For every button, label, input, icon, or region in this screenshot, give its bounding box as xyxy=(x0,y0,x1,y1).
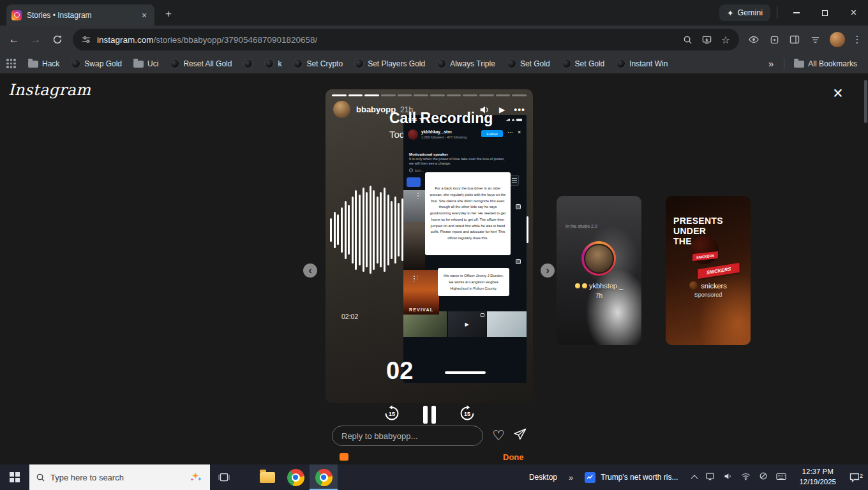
reload-button[interactable] xyxy=(47,29,68,50)
waveform-bar xyxy=(348,205,350,255)
maximize-button[interactable] xyxy=(811,0,839,26)
start-button[interactable] xyxy=(0,464,29,490)
share-button[interactable] xyxy=(514,428,527,443)
gemini-label: Gemini xyxy=(737,8,763,17)
big-timer: 02 xyxy=(386,357,413,385)
bookmarks-overflow-button[interactable]: » xyxy=(763,58,779,69)
file-explorer-button[interactable] xyxy=(253,464,281,490)
display-tray-button[interactable] xyxy=(705,471,715,484)
blocked-tray-button[interactable] xyxy=(759,471,768,483)
browser-menu-button[interactable]: ⋮ xyxy=(850,34,864,45)
mute-button[interactable] xyxy=(479,104,490,115)
taskbar-clock[interactable]: 12:37 PM 12/19/2025 xyxy=(794,467,841,487)
play-button[interactable]: ▶ xyxy=(499,105,505,114)
browser-tab[interactable]: Stories • Instagram × xyxy=(6,4,154,26)
news-widget[interactable]: Trump's net worth ris... xyxy=(578,472,684,483)
extension-button-1[interactable] xyxy=(744,30,763,49)
bookmark-item[interactable]: Uci xyxy=(129,57,163,70)
side-panel-button[interactable] xyxy=(785,30,804,49)
bookmark-item[interactable]: Reset All Gold xyxy=(165,57,236,70)
favicon xyxy=(71,59,80,68)
folder-icon xyxy=(794,61,804,68)
chrome-button[interactable] xyxy=(281,464,310,490)
post-author-avatar xyxy=(408,130,418,140)
address-bar[interactable]: instagram.com/stories/bbabyopp/379054687… xyxy=(73,29,739,50)
rewind-15-button[interactable]: 15 xyxy=(384,405,400,424)
taskbar-search-input[interactable] xyxy=(50,473,184,482)
like-button[interactable]: ♡ xyxy=(492,429,505,443)
pause-button[interactable] xyxy=(423,406,436,424)
story-author-username[interactable]: bbabyopp xyxy=(356,105,396,114)
apps-grid-icon[interactable] xyxy=(6,59,16,68)
post-author-username: ykbhhkay_.strn xyxy=(421,130,452,134)
story-options-button[interactable]: ••• xyxy=(514,105,525,115)
instagram-wordmark[interactable]: Instagram xyxy=(8,81,91,99)
bookmark-item[interactable]: Swap Gold xyxy=(66,57,126,70)
bookmark-item[interactable]: Set Gold xyxy=(502,57,555,70)
favicon xyxy=(243,59,253,68)
windows-logo-icon xyxy=(10,472,20,482)
sponsored-label: Sponsored xyxy=(666,292,751,298)
close-window-button[interactable]: × xyxy=(839,0,868,26)
forward-15-button[interactable]: 15 xyxy=(459,405,475,424)
all-bookmarks-label: All Bookmarks xyxy=(808,59,857,68)
waveform-bar xyxy=(366,192,368,267)
url-text[interactable]: instagram.com/stories/bbabyopp/379054687… xyxy=(97,35,317,45)
story-preview-snickers-ad[interactable]: PRESENTS UNDER THE SNICKERS SNICKERS sni… xyxy=(666,196,751,345)
network-tray-button[interactable] xyxy=(741,471,751,484)
favicon xyxy=(437,59,446,68)
bookmark-item[interactable]: Always Triple xyxy=(432,57,500,70)
story-author-avatar[interactable] xyxy=(333,101,350,118)
instagram-favicon xyxy=(11,10,22,20)
story-preview-ykbhstep[interactable]: In the studio 2.0 ykbhstep._ 7h xyxy=(557,196,641,345)
install-app-button[interactable] xyxy=(702,35,712,45)
bookmark-item[interactable]: Hack xyxy=(24,57,64,70)
svg-text:15: 15 xyxy=(388,411,394,417)
taskbar-search[interactable]: ✦✦✦ xyxy=(29,464,210,490)
bookmark-item[interactable]: Set Gold xyxy=(557,57,610,70)
zoom-button[interactable] xyxy=(683,35,692,45)
waveform-bar xyxy=(527,216,528,243)
waveform-bar xyxy=(330,218,332,242)
gemini-button[interactable]: ✦ Gemini xyxy=(719,4,770,21)
done-button[interactable]: Done xyxy=(503,452,524,462)
bookmark-star-icon[interactable]: ☆ xyxy=(721,34,730,46)
action-center-button[interactable]: 2 xyxy=(841,471,868,483)
drag-handle-icon xyxy=(414,276,418,281)
forward-button[interactable]: → xyxy=(26,29,46,50)
next-story-button[interactable]: › xyxy=(541,264,555,278)
touch-keyboard-button[interactable] xyxy=(776,471,786,483)
task-view-button[interactable] xyxy=(210,464,238,490)
tray-expand-icon[interactable] xyxy=(691,475,698,482)
favicon xyxy=(562,59,571,68)
bookmark-item[interactable]: k xyxy=(260,57,286,70)
chrome-active-button[interactable] xyxy=(310,464,338,490)
orange-badge-icon[interactable] xyxy=(340,453,348,461)
desktop-toolbar-label[interactable]: Desktop xyxy=(523,473,564,482)
story-viewer-close-button[interactable]: × xyxy=(833,85,843,102)
volume-tray-button[interactable] xyxy=(723,471,733,484)
profile-avatar[interactable] xyxy=(830,32,845,47)
story-media-screenshot[interactable]: 1:54 ykbhhkay_.strn 1,069 followers · 47… xyxy=(403,115,527,383)
all-bookmarks-button[interactable]: All Bookmarks xyxy=(789,57,862,70)
site-settings-icon[interactable] xyxy=(82,35,91,44)
story-card[interactable]: bbabyopp 21h ▶ ••• Call Recording Toda 0… xyxy=(326,89,533,403)
new-tab-button[interactable]: + xyxy=(161,6,176,22)
bookmark-item[interactable]: Instant Win xyxy=(611,57,672,70)
forward-15-icon: 15 xyxy=(459,405,475,422)
reply-input[interactable] xyxy=(332,426,483,446)
ad-brand-row: snickers xyxy=(666,281,751,290)
bookmark-item[interactable]: Set Players Gold xyxy=(350,57,430,70)
minimize-button[interactable] xyxy=(782,0,811,26)
page-scrollbar[interactable] xyxy=(864,80,867,123)
back-button[interactable]: ← xyxy=(4,29,24,50)
previous-story-button[interactable]: ‹ xyxy=(303,264,317,278)
progress-segment xyxy=(398,94,412,96)
extension-button-2[interactable] xyxy=(765,30,784,49)
filter-button[interactable] xyxy=(805,30,825,49)
toolbar-expand-button[interactable]: » xyxy=(564,473,578,482)
bookmark-item[interactable] xyxy=(239,57,257,70)
search-highlights-icon[interactable]: ✦✦✦ xyxy=(190,470,204,484)
tab-close-icon[interactable]: × xyxy=(139,10,149,20)
bookmark-item[interactable]: Set Crypto xyxy=(288,57,347,70)
